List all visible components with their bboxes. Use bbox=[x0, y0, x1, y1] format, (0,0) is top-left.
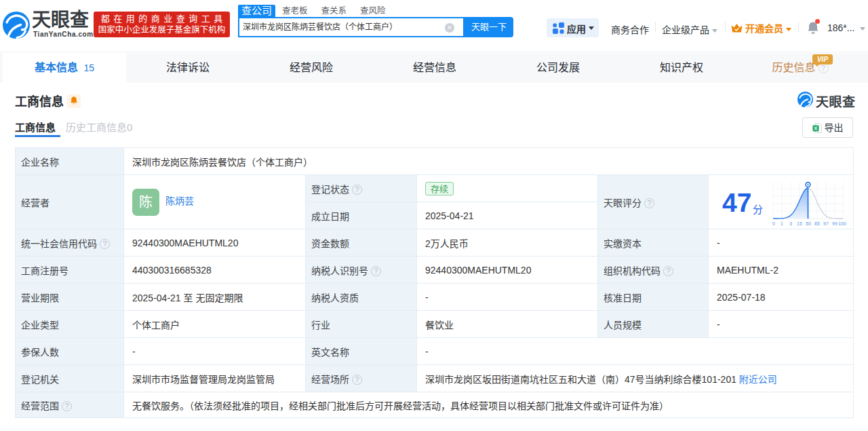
svg-text:0: 0 bbox=[772, 221, 775, 226]
svg-text:50: 50 bbox=[806, 221, 811, 226]
svg-text:100: 100 bbox=[838, 221, 846, 226]
svg-text:1: 1 bbox=[781, 221, 783, 226]
svg-text:85: 85 bbox=[814, 221, 820, 226]
svg-text:3: 3 bbox=[789, 221, 792, 226]
svg-text:99: 99 bbox=[832, 221, 837, 226]
svg-text:15: 15 bbox=[797, 221, 802, 226]
svg-text:97: 97 bbox=[823, 221, 829, 226]
